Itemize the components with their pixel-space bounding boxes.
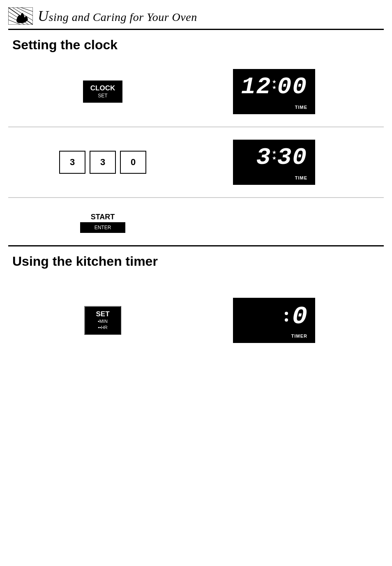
- hour-digit-3: 3: [256, 146, 272, 170]
- clock-display-2: 3 30 TIME: [233, 140, 315, 185]
- section2-heading: Using the kitchen timer: [0, 246, 392, 273]
- step2-right: 3 30 TIME: [181, 140, 367, 185]
- timer-display: 0 TIMER: [233, 298, 315, 343]
- min-label: •MIN ••HR: [92, 318, 114, 331]
- step1-left: CLOCK SET: [25, 81, 181, 103]
- key-3-first[interactable]: 3: [59, 151, 85, 174]
- start-label: START: [80, 210, 125, 223]
- step2-left: 3 3 0: [25, 151, 181, 174]
- header-logo-icon: [8, 7, 33, 25]
- key-0[interactable]: 0: [120, 151, 146, 174]
- step1-right: 12 00 TIME: [181, 69, 367, 114]
- timer-step-left: SET •MIN ••HR: [25, 306, 181, 335]
- section-setting-clock: Setting the clock CLOCK SET 12 00 TIME: [0, 30, 392, 245]
- enter-label: ENTER: [80, 223, 125, 233]
- timer-digits-row: 0: [241, 304, 307, 329]
- time-label-1: TIME: [295, 105, 307, 110]
- number-keys: 3 3 0: [59, 151, 146, 174]
- clock-set-main-label: CLOCK: [90, 84, 115, 93]
- clock-set-sub-label: SET: [90, 93, 115, 99]
- display-digits-2: 3 30: [256, 146, 307, 170]
- display-digits-1: 12 00: [241, 75, 307, 99]
- clock-set-button[interactable]: CLOCK SET: [83, 81, 122, 103]
- hour-digits: 12: [241, 75, 272, 99]
- timer-step-right: 0 TIMER: [181, 298, 367, 343]
- timer-dot-bottom: [285, 318, 288, 322]
- timer-digit: 0: [292, 304, 307, 329]
- timer-label: TIMER: [291, 334, 307, 338]
- key-3-second[interactable]: 3: [90, 151, 116, 174]
- timer-dots: [285, 312, 288, 322]
- section1-heading: Setting the clock: [0, 30, 392, 57]
- time-label-2: TIME: [295, 175, 307, 180]
- set-label: SET: [92, 310, 114, 318]
- header-title: Using and Caring for Your Oven: [38, 7, 197, 25]
- start-enter-button[interactable]: START ENTER: [80, 210, 125, 233]
- section-kitchen-timer: Using the kitchen timer SET •MIN ••HR 0: [0, 246, 392, 355]
- minute-digits-30: 30: [277, 146, 307, 170]
- timer-dot-top: [285, 312, 288, 315]
- page-header: Using and Caring for Your Oven: [0, 0, 392, 29]
- colon-separator: [272, 80, 276, 90]
- colon-separator-2: [272, 150, 276, 160]
- set-min-hr-button[interactable]: SET •MIN ••HR: [84, 306, 121, 335]
- step1-row: CLOCK SET 12 00 TIME: [0, 57, 392, 127]
- step3-left: START ENTER: [25, 210, 181, 233]
- clock-display-1: 12 00 TIME: [233, 69, 315, 114]
- step3-row: START ENTER: [0, 198, 392, 245]
- step2-row: 3 3 0 3 30 TIME: [0, 127, 392, 197]
- timer-step-row: SET •MIN ••HR 0 TIMER: [0, 285, 392, 355]
- minute-digits: 00: [277, 75, 307, 99]
